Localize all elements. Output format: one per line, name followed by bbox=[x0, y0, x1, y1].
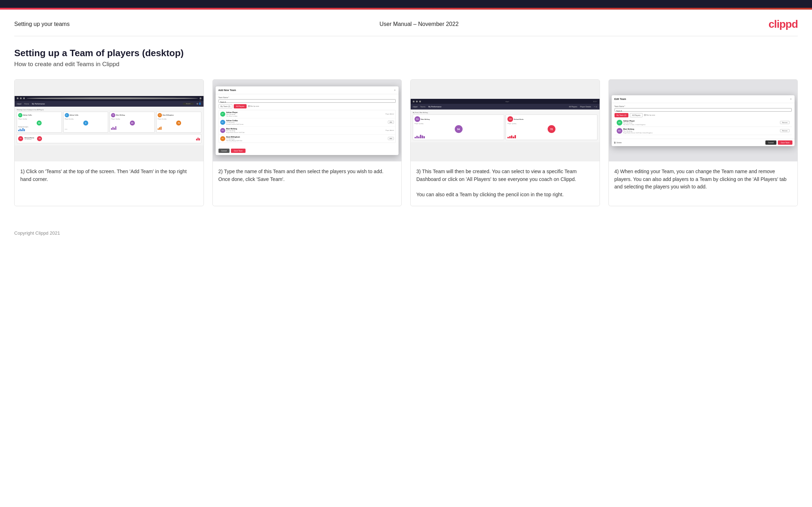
edit-actions: Cancel Save Team bbox=[765, 140, 793, 145]
card-3-text: 3) This Team will then be created. You c… bbox=[411, 161, 600, 206]
card-4-text: 4) When editing your Team, you can chang… bbox=[609, 161, 798, 198]
close-icon: × bbox=[394, 89, 396, 92]
main-content: Setting up a Team of players (desktop) H… bbox=[0, 36, 812, 226]
top-bar bbox=[0, 0, 812, 8]
edit-filter-label: Filter by name bbox=[646, 114, 655, 116]
modal-title: Add New Team bbox=[218, 89, 236, 91]
edit-modal-title: Edit Team bbox=[615, 98, 626, 100]
modal-footer: Cancel Save Team bbox=[216, 147, 399, 155]
modal-body: Team Name * Team A My Team (2) All Playe… bbox=[216, 94, 399, 147]
tab-my-team[interactable]: My Team (2) bbox=[218, 104, 233, 108]
card-2-text: 2) Type the name of this Team and then s… bbox=[213, 161, 402, 190]
card-4-screenshot: Edit Team × Team Name * Team A My Team (… bbox=[609, 80, 798, 161]
edit-player-list: AP Adrian Player Plus Handicap The Shire… bbox=[615, 119, 792, 135]
edit-filter-checkbox[interactable] bbox=[644, 114, 646, 116]
edit-modal-footer: 🗑 Delete Cancel Save Team bbox=[612, 139, 795, 146]
card-3-screenshot: clippd ⊟ ⊟ ✕ clippd Teams My Performance… bbox=[411, 80, 600, 161]
page-title: Setting up a Team of players (desktop) bbox=[14, 48, 798, 59]
trash-icon: 🗑 bbox=[614, 142, 616, 144]
edit-tab-my-team[interactable]: My Team (2) bbox=[615, 113, 629, 117]
edit-cancel-button[interactable]: Cancel bbox=[765, 140, 777, 145]
card-4: Edit Team × Team Name * Team A My Team (… bbox=[608, 79, 798, 206]
modal-header: Add New Team × bbox=[216, 86, 399, 94]
card-1-screenshot: clippd ⊟ ⊟ ✕ clippd Home My Performance … bbox=[15, 80, 204, 161]
mockup1-nav: clippd Home My Performance Search ⚙ 👤 bbox=[15, 101, 204, 107]
player-list-item: AC Adrian Coliba 1.5 HandicapCentral Lon… bbox=[219, 118, 396, 127]
header-center: User Manual – November 2022 bbox=[379, 21, 458, 27]
mockup1-topbar: clippd ⊟ ⊟ ✕ bbox=[15, 96, 204, 101]
card-2: Add New Team × Team Name * Team A My Tea… bbox=[212, 79, 402, 206]
card-2-screenshot: Add New Team × Team Name * Team A My Tea… bbox=[213, 80, 402, 161]
logo: clippd bbox=[769, 18, 798, 30]
save-team-button[interactable]: Save Team bbox=[231, 149, 246, 153]
remove-player-button-1[interactable]: Remove bbox=[780, 121, 790, 124]
edit-player-row-1: AP Adrian Player Plus Handicap The Shire… bbox=[615, 119, 792, 127]
edit-modal-header: Edit Team × bbox=[612, 95, 795, 103]
card-1: clippd ⊟ ⊟ ✕ clippd Home My Performance … bbox=[14, 79, 204, 206]
mockup3-nav: clippd Teams My Performance All Players … bbox=[411, 104, 600, 110]
tab-all-players[interactable]: All Players bbox=[234, 104, 247, 108]
page-subtitle: How to create and edit Teams in Clippd bbox=[14, 61, 798, 68]
player-list: AP Adrian Player Plus HandicapThe Shire … bbox=[218, 110, 396, 143]
mockup3-body: My Team | Blair McHarg BM Blair McHarg P… bbox=[411, 110, 600, 142]
edit-modal-tabs: My Team (2) All Players Filter by name bbox=[615, 113, 792, 117]
player-list-item: AP Adrian Player Plus HandicapThe Shire … bbox=[219, 110, 396, 118]
edit-team-modal: Edit Team × Team Name * Team A My Team (… bbox=[612, 95, 795, 146]
edit-close-icon: × bbox=[790, 97, 792, 101]
edit-player-row-2: BM Blair McHarg Plus Handicap Royal Nort… bbox=[615, 127, 792, 135]
header-left: Setting up your teams bbox=[14, 21, 70, 27]
edit-save-team-button[interactable]: Save Team bbox=[778, 140, 792, 145]
add-team-modal: Add New Team × Team Name * Team A My Tea… bbox=[216, 86, 399, 155]
team-name-label: Team Name * bbox=[218, 96, 396, 98]
player-list-item: DB Dave Billingham 1.5 HandicapThe Dog M… bbox=[219, 135, 396, 143]
remove-player-button-2[interactable]: Remove bbox=[780, 129, 790, 132]
page-header: Setting up your teams User Manual – Nove… bbox=[0, 10, 812, 36]
edit-modal-body: Team Name * Team A My Team (2) All Playe… bbox=[612, 103, 795, 139]
player-list-item: BM Blair McHarg Plus HandicapRoyal North… bbox=[219, 127, 396, 135]
card-1-text: 1) Click on 'Teams' at the top of the sc… bbox=[15, 161, 204, 190]
mockup1-body: Showing 4 out of 4 players from All Play… bbox=[15, 107, 204, 145]
page-footer: Copyright Clippd 2021 bbox=[0, 226, 812, 240]
cancel-button[interactable]: Cancel bbox=[218, 149, 230, 153]
copyright: Copyright Clippd 2021 bbox=[14, 230, 60, 236]
edit-tab-all-players[interactable]: All Players bbox=[630, 113, 643, 117]
team-name-input[interactable]: Team A bbox=[218, 99, 396, 103]
add-player-button-2[interactable]: Add bbox=[388, 137, 394, 140]
card-3: clippd ⊟ ⊟ ✕ clippd Teams My Performance… bbox=[410, 79, 600, 206]
cards-grid: clippd ⊟ ⊟ ✕ clippd Home My Performance … bbox=[14, 79, 798, 206]
mockup3-topbar: clippd ⊟ ⊟ ✕ bbox=[411, 99, 600, 104]
filter-checkbox[interactable] bbox=[248, 105, 250, 107]
edit-team-name-input[interactable]: Team A bbox=[615, 108, 792, 112]
modal-tabs: My Team (2) All Players Filter by name bbox=[218, 104, 396, 108]
filter-label: Filter by name bbox=[250, 105, 259, 107]
add-player-button[interactable]: Add bbox=[388, 121, 394, 124]
delete-team-button[interactable]: 🗑 Delete bbox=[614, 142, 622, 144]
edit-team-name-label: Team Name * bbox=[615, 105, 792, 107]
